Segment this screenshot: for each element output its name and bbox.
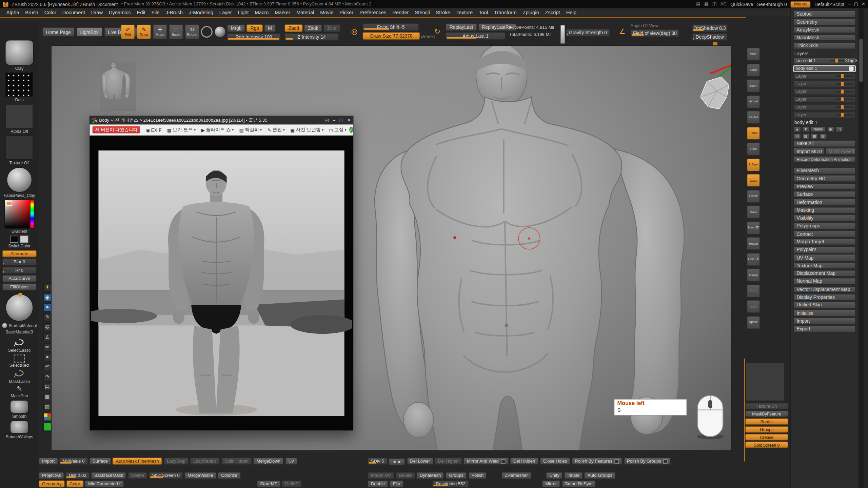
- primary-color-swatch[interactable]: [10, 236, 18, 243]
- panel-section[interactable]: NanoMesh: [793, 34, 856, 41]
- bottom-button[interactable]: MergeDown: [253, 458, 284, 465]
- photo-viewer-window[interactable]: Body 사진 레퍼런스 > 26e1c1eef58ae9ab0122abd39…: [89, 116, 354, 431]
- menu-item[interactable]: J-Brush: [162, 10, 186, 15]
- layer-row[interactable]: Layer: [793, 104, 856, 111]
- blur-slider[interactable]: Blur 0: [2, 258, 37, 265]
- bottom-button[interactable]: Morph UV: [368, 472, 394, 479]
- bottom-button[interactable]: DelMT: [282, 480, 301, 487]
- edit-dropdown[interactable]: ✎편집▾: [267, 126, 284, 133]
- panel-section[interactable]: Export: [793, 325, 856, 332]
- maximize-icon[interactable]: ▢: [854, 2, 858, 7]
- bottom-button[interactable]: Del Higher: [435, 458, 462, 465]
- panel-section[interactable]: Subtool: [793, 11, 856, 17]
- layer-slider[interactable]: [836, 114, 853, 116]
- bottom-button[interactable]: Smart ReSym: [561, 480, 596, 487]
- bottom-button[interactable]: SDiv 5: [368, 458, 387, 465]
- layer-row[interactable]: Layer: [793, 73, 856, 80]
- border-button[interactable]: Border: [745, 418, 788, 425]
- select-rect-tool[interactable]: SelectRect: [9, 355, 29, 368]
- texture-on-button[interactable]: Texture On: [745, 403, 788, 410]
- panel-section[interactable]: ArrayMesh: [793, 26, 856, 33]
- menu-item[interactable]: Zscript: [542, 10, 563, 15]
- shelf-button[interactable]: Persp: [747, 126, 760, 140]
- lightbulb-icon[interactable]: ☀: [43, 283, 51, 291]
- alpha-selector[interactable]: Alpha Off: [5, 104, 33, 134]
- menu-item[interactable]: Marker: [272, 10, 293, 15]
- shelf-button[interactable]: Scroll: [747, 63, 760, 77]
- panel-section[interactable]: FiberMesh: [793, 167, 856, 174]
- layer-row[interactable]: Layer: [793, 81, 856, 88]
- bottom-button[interactable]: Uv: [285, 458, 297, 465]
- bottom-button[interactable]: Split Hidden: [221, 458, 252, 465]
- menu-item[interactable]: Alpha: [3, 10, 22, 15]
- bottom-button[interactable]: ZRemesher: [501, 472, 531, 479]
- pencil-icon[interactable]: ✏: [43, 343, 51, 351]
- layer-delete-icon[interactable]: ▢: [835, 126, 843, 133]
- menu-item[interactable]: Movie: [317, 10, 336, 15]
- panel-section[interactable]: Geometry: [793, 18, 856, 25]
- bottom-button[interactable]: Colorize: [218, 472, 240, 479]
- panel-section[interactable]: Deformation: [793, 199, 856, 206]
- material-sphere-icon[interactable]: [214, 26, 226, 38]
- menu-item[interactable]: Light: [235, 10, 252, 15]
- bottom-button[interactable]: Inflate: [564, 472, 583, 479]
- color-picker[interactable]: Gradient: [4, 200, 34, 234]
- bottom-button[interactable]: Surface: [89, 458, 111, 465]
- paperclip-icon[interactable]: ✇: [43, 323, 51, 331]
- panel-section[interactable]: Import: [793, 318, 856, 324]
- panel-section[interactable]: Display Properties: [793, 294, 856, 301]
- panel-section[interactable]: Texture Map: [793, 262, 856, 269]
- menu-item[interactable]: Document: [59, 10, 88, 15]
- material-preview[interactable]: [5, 294, 33, 322]
- smooth-valleys-thumbnail[interactable]: [10, 421, 29, 434]
- gravity-strength-slider[interactable]: Gravity Strength 0: [566, 29, 610, 37]
- bottom-button[interactable]: Dist 0.02: [65, 472, 90, 479]
- bottom-button[interactable]: Del Lower: [407, 458, 433, 465]
- bottom-button[interactable]: Polish: [468, 472, 487, 479]
- grid-icon[interactable]: ▤: [696, 2, 700, 7]
- bottom-button[interactable]: Min Connected f: [85, 480, 124, 487]
- redo-icon[interactable]: ↷: [43, 373, 51, 381]
- pen-slash-icon[interactable]: ✎: [43, 313, 51, 321]
- panel-section[interactable]: Visibility: [793, 215, 856, 221]
- shelf-button[interactable]: Zoom3D: [747, 221, 760, 234]
- panel-section[interactable]: Masking: [793, 207, 856, 214]
- split-screen-slider[interactable]: Split Screen 0: [745, 442, 788, 448]
- menu-item[interactable]: Edit: [134, 10, 148, 15]
- view-mode-dropdown[interactable]: ▦보기 모드▾: [167, 126, 196, 133]
- material-sphere-preview[interactable]: [5, 294, 33, 322]
- stroke-thumbnail[interactable]: [5, 73, 33, 97]
- layer-slider[interactable]: [836, 106, 853, 108]
- zadd-button[interactable]: Zadd: [284, 24, 303, 32]
- mdd-speed-button[interactable]: MDD Speed: [825, 148, 856, 155]
- shelf-button[interactable]: Rotate: [747, 237, 760, 250]
- panel-section[interactable]: Polygroups: [793, 223, 856, 229]
- close-icon[interactable]: ✕: [862, 2, 865, 7]
- seethrough-slider[interactable]: See-through 0: [757, 1, 787, 7]
- menu-item[interactable]: Layer: [216, 10, 235, 15]
- bottom-button[interactable]: MergeVisible: [184, 472, 216, 479]
- spix-readout[interactable]: SPix 3: [845, 58, 857, 63]
- viewer-maximize-icon[interactable]: ▢: [339, 118, 343, 123]
- bottom-button[interactable]: Import: [39, 458, 58, 465]
- layer-duplicate-icon[interactable]: ▣: [827, 126, 834, 133]
- material-selector[interactable]: FabioPaiva_Clay: [4, 167, 35, 198]
- menu-item[interactable]: J-Modeling: [186, 10, 216, 15]
- basic-material-label[interactable]: BasicMaterialB: [5, 330, 33, 335]
- scrollbar-thumb[interactable]: [859, 39, 863, 82]
- startup-material-row[interactable]: StartupMaterial: [2, 323, 37, 328]
- palette-icon[interactable]: ▩: [43, 413, 51, 421]
- panel-section[interactable]: Thick Skin: [793, 42, 856, 49]
- rotate-mode-button[interactable]: ↻ Rotate: [185, 24, 199, 39]
- panel-section[interactable]: Geometry HD: [793, 175, 856, 182]
- panel-section[interactable]: Polypaint: [793, 246, 856, 253]
- canvas-thumbnail[interactable]: [100, 62, 136, 111]
- dot-icon[interactable]: ●: [43, 353, 51, 361]
- bottom-button[interactable]: Del Hidden: [510, 458, 538, 465]
- import-mdd-button[interactable]: Import MDD: [793, 148, 824, 155]
- bottom-button[interactable]: DynaMesh: [416, 472, 444, 479]
- menu-item[interactable]: Transform: [491, 10, 519, 15]
- focal-shift-slider[interactable]: Focal Shift -5: [362, 23, 419, 31]
- menu-item[interactable]: Draw: [88, 10, 106, 15]
- accucurve-button[interactable]: AccuCurve: [2, 275, 37, 282]
